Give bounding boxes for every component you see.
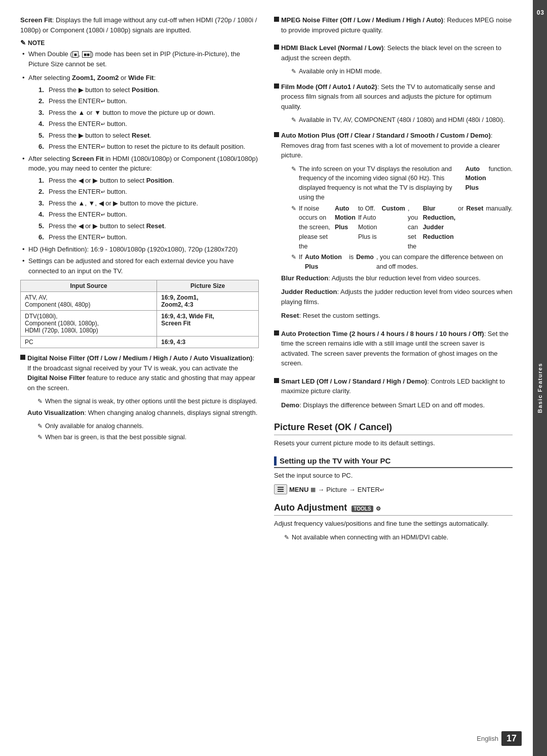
- mpeg-noise-text: MPEG Noise Filter (Off / Low / Medium / …: [281, 15, 513, 35]
- chapter-title: Basic Features: [537, 363, 543, 413]
- mpeg-noise-content: MPEG Noise Filter (Off / Low / Medium / …: [281, 15, 513, 39]
- table-cell-source-2: DTV(1080i),Component (1080i, 1080p),HDMI…: [21, 311, 157, 337]
- film-mode-block: Film Mode (Off / Auto1 / Auto2): Sets th…: [274, 82, 513, 127]
- auto-viz-text: Auto Visualization: When changing analog…: [27, 408, 259, 418]
- screen-fit-intro: Screen Fit: Displays the full image with…: [20, 15, 259, 35]
- auto-adjustment-desc: Adjust frequency values/positions and fi…: [274, 519, 513, 529]
- note-list: When Double (■, ■■) mode has been set in…: [20, 49, 259, 69]
- note-section: NOTE When Double (■, ■■) mode has been s…: [20, 39, 259, 348]
- auto-motion-note-3: If Auto Motion Plus is Demo, you can com…: [281, 253, 513, 272]
- blue-bar-icon: [274, 456, 277, 466]
- table-header-input: Input Source: [21, 280, 157, 292]
- smart-led-block: Smart LED (Off / Low / Standard / High /…: [274, 376, 513, 414]
- block-bullet: [274, 45, 279, 50]
- block-bullet: [274, 378, 279, 383]
- table-cell-size-2: 16:9, 4:3, Wide Fit,Screen Fit: [157, 311, 259, 337]
- hdmi-black-content: HDMI Black Level (Normal / Low): Selects…: [281, 43, 513, 78]
- reset-text: Reset: Reset the custom settings.: [281, 311, 513, 321]
- hdmi-black-block: HDMI Black Level (Normal / Low): Selects…: [274, 43, 513, 78]
- table-row: DTV(1080i),Component (1080i, 1080p),HDMI…: [21, 311, 259, 337]
- picture-reset-section: Picture Reset (OK / Cancel) Resets your …: [274, 422, 513, 448]
- auto-adjustment-note: Not available when connecting with an HD…: [274, 533, 513, 542]
- left-column: Screen Fit: Displays the full image with…: [20, 15, 259, 736]
- block-bullet: [20, 355, 25, 360]
- auto-adjustment-heading: Auto Adjustment TOOLS ⚙: [274, 502, 513, 516]
- setting-up-tv-section: Setting up the TV with Your PC Set the i…: [274, 456, 513, 495]
- setting-up-tv-desc: Set the input source to PC.: [274, 471, 513, 481]
- auto-motion-content: Auto Motion Plus (Off / Clear / Standard…: [281, 131, 513, 325]
- language-label: English: [477, 735, 498, 742]
- hdmi-black-text: HDMI Black Level (Normal / Low): Selects…: [281, 43, 513, 63]
- content-area: Screen Fit: Displays the full image with…: [0, 0, 533, 756]
- digital-noise-note-1: When the signal is weak, try other optio…: [27, 397, 259, 406]
- setting-up-tv-heading: Setting up the TV with Your PC: [274, 456, 513, 468]
- table-row: PC 16:9, 4:3: [21, 337, 259, 348]
- table-cell-source-1: ATV, AV,Component (480i, 480p): [21, 292, 157, 311]
- block-bullet: [274, 330, 279, 335]
- sf-step-5: 5.Press the ◀ or ▶ button to select Rese…: [38, 221, 259, 231]
- table-cell-size-1: 16:9, Zoom1,Zoom2, 4:3: [157, 292, 259, 311]
- film-mode-note: Available in TV, AV, COMPONENT (480i / 1…: [281, 115, 513, 125]
- block-bullet: [274, 132, 279, 137]
- menu-label: MENU: [289, 486, 308, 493]
- page-container: Screen Fit: Displays the full image with…: [0, 0, 547, 756]
- menu-icon: [274, 484, 287, 494]
- zoom-step-1: 1.Press the ▶ button to select Position.: [38, 85, 259, 95]
- zoom-step-4: 4.Press the ENTER↵ button.: [38, 119, 259, 129]
- hdmi-black-note: Available only in HDMI mode.: [281, 67, 513, 76]
- zoom-step-6: 6.Press the ENTER↵ button to reset the p…: [38, 142, 259, 152]
- sf-step-6: 6.Press the ENTER↵ button.: [38, 232, 259, 242]
- auto-motion-text: Auto Motion Plus (Off / Clear / Standard…: [281, 131, 513, 160]
- film-mode-content: Film Mode (Off / Auto1 / Auto2): Sets th…: [281, 82, 513, 127]
- zoom-step-5: 5.Press the ▶ button to select Reset.: [38, 131, 259, 141]
- settings-note: Settings can be adjusted and stored for …: [20, 256, 259, 276]
- zoom-section-list: After selecting Zoom1, Zoom2 or Wide Fit…: [20, 73, 259, 276]
- svg-rect-0: [278, 487, 284, 488]
- sf-step-1: 1.Press the ◀ or ▶ button to select Posi…: [38, 176, 259, 186]
- picture-reset-heading: Picture Reset (OK / Cancel): [274, 422, 513, 435]
- svg-rect-2: [278, 491, 284, 492]
- digital-noise-text: Digital Noise Filter (Off / Low / Medium…: [27, 353, 259, 393]
- page-number: 17: [501, 731, 522, 746]
- block-bullet: [274, 17, 279, 22]
- zoom-intro: After selecting Zoom1, Zoom2 or Wide Fit…: [20, 73, 259, 152]
- judder-reduction-text: Judder Reduction: Adjusts the judder red…: [281, 287, 513, 307]
- sf-step-2: 2.Press the ENTER↵ button.: [38, 187, 259, 197]
- menu-grid-icon: ▦: [310, 486, 316, 493]
- hd-note: HD (High Definition): 16:9 - 1080i/1080p…: [20, 244, 259, 255]
- auto-protection-text: Auto Protection Time (2 hours / 4 hours …: [281, 329, 513, 368]
- mpeg-noise-block: MPEG Noise Filter (Off / Low / Medium / …: [274, 15, 513, 39]
- chapter-number: 03: [537, 9, 544, 16]
- digital-noise-block: Digital Noise Filter (Off / Low / Medium…: [20, 353, 259, 444]
- tools-function-icon: ⚙: [376, 506, 381, 512]
- table-header-size: Picture Size: [157, 280, 259, 292]
- smart-led-demo-text: Demo: Displays the difference between Sm…: [281, 400, 513, 410]
- menu-path: MENU ▦ → Picture → ENTER↵: [274, 484, 513, 494]
- auto-motion-note-1: The info screen on your TV displays the …: [281, 164, 513, 202]
- digital-noise-content: Digital Noise Filter (Off / Low / Medium…: [27, 353, 259, 444]
- zoom-step-2: 2.Press the ENTER↵ button.: [38, 96, 259, 106]
- auto-motion-block: Auto Motion Plus (Off / Clear / Standard…: [274, 131, 513, 325]
- auto-protection-block: Auto Protection Time (2 hours / 4 hours …: [274, 329, 513, 372]
- digital-noise-note-2: Only available for analog channels.: [27, 422, 259, 431]
- picture-label: Picture: [326, 486, 346, 493]
- svg-rect-1: [278, 489, 284, 490]
- picture-reset-desc: Resets your current picture mode to its …: [274, 438, 513, 448]
- table-cell-size-3: 16:9, 4:3: [157, 337, 259, 348]
- sf-step-4: 4.Press the ENTER↵ button.: [38, 209, 259, 220]
- screen-fit-center: After selecting Screen Fit in HDMI (1080…: [20, 154, 259, 242]
- screen-fit-term: Screen Fit: [20, 16, 52, 24]
- blur-reduction-text: Blur Reduction: Adjusts the blur reducti…: [281, 273, 513, 283]
- smart-led-text: Smart LED (Off / Low / Standard / High /…: [281, 376, 513, 396]
- table-cell-source-3: PC: [21, 337, 157, 348]
- block-bullet: [274, 83, 279, 89]
- arrow-1: →: [318, 486, 324, 493]
- zoom-step-3: 3.Press the ▲ or ▼ button to move the pi…: [38, 108, 259, 118]
- auto-protection-content: Auto Protection Time (2 hours / 4 hours …: [281, 329, 513, 372]
- sf-step-3: 3.Press the ▲, ▼, ◀ or ▶ button to move …: [38, 198, 259, 208]
- page-footer: English 17: [477, 731, 522, 746]
- auto-motion-note-2: If noise occurs on the screen, please se…: [281, 204, 513, 251]
- zoom-steps: 1.Press the ▶ button to select Position.…: [38, 85, 259, 152]
- tools-badge: TOOLS: [351, 506, 373, 512]
- chapter-side-tab: 03 Basic Features: [533, 0, 547, 756]
